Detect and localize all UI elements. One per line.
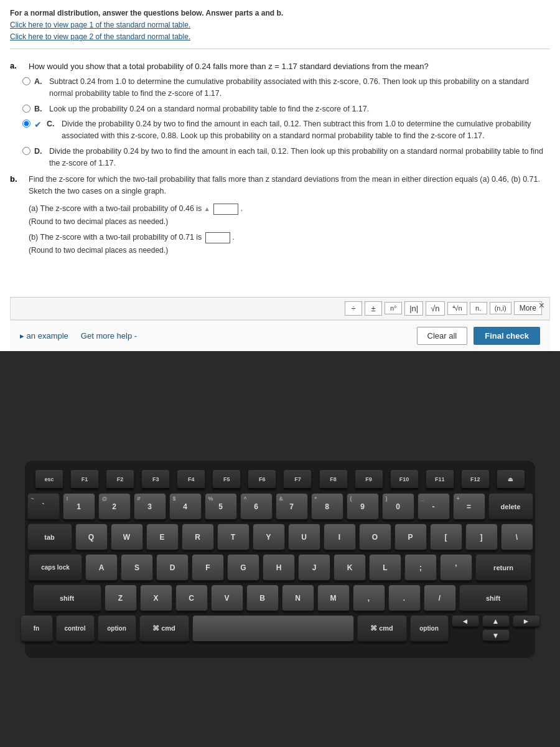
key-space[interactable] — [192, 615, 354, 642]
key-j[interactable]: J — [298, 554, 330, 581]
key-f11[interactable]: F11 — [426, 469, 454, 489]
key-3[interactable]: #3 — [134, 493, 166, 520]
key-return[interactable]: return — [475, 554, 531, 581]
key-1[interactable]: !1 — [63, 493, 95, 520]
key-f3[interactable]: F3 — [141, 469, 170, 489]
key-f8[interactable]: F8 — [319, 469, 348, 489]
key-f[interactable]: F — [192, 554, 224, 581]
key-2[interactable]: @2 — [98, 493, 131, 520]
key-option-right[interactable]: option — [410, 615, 449, 642]
key-o[interactable]: O — [359, 524, 391, 551]
key-cmd-left[interactable]: ⌘ cmd — [139, 615, 189, 642]
page2-link[interactable]: Click here to view page 2 of the standar… — [10, 32, 190, 41]
key-f2[interactable]: F2 — [106, 469, 134, 489]
page1-link[interactable]: Click here to view page 1 of the standar… — [10, 21, 190, 29]
key-h[interactable]: H — [263, 554, 295, 581]
key-arrow-up[interactable]: ▲ — [482, 615, 510, 627]
toolbar-btn-divide[interactable]: ÷ — [345, 301, 362, 316]
key-g[interactable]: G — [227, 554, 259, 581]
key-n[interactable]: N — [282, 585, 314, 612]
key-ctrl[interactable]: control — [56, 615, 95, 642]
key-9[interactable]: (9 — [347, 493, 379, 520]
key-capslock[interactable]: caps lock — [29, 554, 82, 581]
clear-all-button[interactable]: Clear all — [417, 327, 468, 345]
key-w[interactable]: W — [111, 524, 143, 551]
final-check-button[interactable]: Final check — [474, 327, 540, 345]
key-minus[interactable]: _- — [418, 493, 450, 520]
key-c[interactable]: C — [175, 585, 208, 612]
toolbar-btn-sqrt[interactable]: √n — [426, 301, 444, 316]
radio-option-c[interactable] — [22, 120, 30, 128]
key-a[interactable]: A — [85, 554, 118, 581]
key-r[interactable]: R — [182, 524, 214, 551]
key-backspace[interactable]: delete — [488, 493, 533, 520]
option-c[interactable]: ✔ C. Divide the probability 0.24 by two … — [10, 118, 550, 142]
key-f6[interactable]: F6 — [248, 469, 276, 489]
key-fn[interactable]: fn — [21, 615, 53, 642]
key-comma[interactable]: , — [353, 585, 385, 612]
key-quote[interactable]: ' — [440, 554, 472, 581]
get-more-help-link[interactable]: Get more help - — [81, 331, 137, 341]
key-d[interactable]: D — [156, 554, 189, 581]
key-f7[interactable]: F7 — [283, 469, 312, 489]
key-arrow-right[interactable]: ► — [513, 615, 540, 627]
key-cmd-right[interactable]: ⌘ cmd — [357, 615, 407, 642]
key-semicolon[interactable]: ; — [404, 554, 437, 581]
key-arrow-left[interactable]: ◄ — [452, 615, 479, 627]
key-tab[interactable]: tab — [27, 524, 72, 551]
key-shift-left[interactable]: shift — [33, 585, 101, 612]
key-shift-right[interactable]: shift — [459, 585, 528, 612]
key-l[interactable]: L — [369, 554, 401, 581]
key-slash[interactable]: / — [424, 585, 456, 612]
key-rightbracket[interactable]: ] — [465, 524, 498, 551]
key-eject[interactable]: ⏏ — [497, 469, 525, 489]
radio-option-b[interactable] — [22, 105, 30, 113]
toolbar-btn-decimal[interactable]: n. — [470, 302, 487, 314]
toolbar-btn-plusminus[interactable]: ± — [365, 301, 382, 316]
key-period[interactable]: . — [388, 585, 421, 612]
key-4[interactable]: $4 — [169, 493, 202, 520]
key-f12[interactable]: F12 — [461, 469, 490, 489]
option-b[interactable]: B. Look up the probability 0.24 on a sta… — [10, 103, 550, 115]
key-i[interactable]: I — [324, 524, 356, 551]
key-b[interactable]: B — [246, 585, 279, 612]
key-k[interactable]: K — [334, 554, 366, 581]
key-f4[interactable]: F4 — [177, 469, 205, 489]
key-backtick[interactable]: ~` — [27, 493, 60, 520]
answer-input-b[interactable] — [205, 232, 230, 243]
key-backslash[interactable]: \ — [501, 524, 533, 551]
toolbar-more-btn[interactable]: More — [514, 301, 542, 315]
key-u[interactable]: U — [288, 524, 320, 551]
key-option-left[interactable]: option — [98, 615, 136, 642]
key-s[interactable]: S — [121, 554, 153, 581]
key-e[interactable]: E — [146, 524, 179, 551]
toolbar-btn-combination[interactable]: (n,i) — [490, 302, 511, 314]
toolbar-btn-fourthroot[interactable]: ⁴√n — [447, 302, 467, 315]
key-p[interactable]: P — [394, 524, 427, 551]
key-f10[interactable]: F10 — [390, 469, 419, 489]
key-q[interactable]: Q — [75, 524, 108, 551]
option-a[interactable]: A. Subtract 0.24 from 1.0 to determine t… — [10, 76, 550, 100]
key-y[interactable]: Y — [253, 524, 285, 551]
key-8[interactable]: *8 — [311, 493, 343, 520]
key-f9[interactable]: F9 — [355, 469, 383, 489]
example-link[interactable]: ▸ an example — [20, 331, 68, 341]
radio-option-d[interactable] — [22, 147, 30, 155]
option-d[interactable]: D. Divide the probability 0.24 by two to… — [10, 146, 550, 169]
answer-input-a[interactable] — [213, 204, 238, 215]
key-v[interactable]: V — [211, 585, 243, 612]
key-equals[interactable]: += — [453, 493, 485, 520]
key-z[interactable]: Z — [105, 585, 137, 612]
key-f5[interactable]: F5 — [212, 469, 241, 489]
key-f1[interactable]: F1 — [70, 469, 99, 489]
toolbar-btn-abs[interactable]: |n| — [404, 301, 423, 316]
key-5[interactable]: %5 — [205, 493, 237, 520]
key-arrow-down[interactable]: ▼ — [482, 629, 510, 642]
key-0[interactable]: )0 — [382, 493, 414, 520]
key-x[interactable]: X — [140, 585, 172, 612]
radio-option-a[interactable] — [22, 77, 30, 85]
toolbar-close-btn[interactable]: × — [539, 300, 544, 311]
key-t[interactable]: T — [217, 524, 250, 551]
toolbar-btn-multiply[interactable]: n° — [385, 302, 402, 314]
key-leftbracket[interactable]: [ — [430, 524, 462, 551]
